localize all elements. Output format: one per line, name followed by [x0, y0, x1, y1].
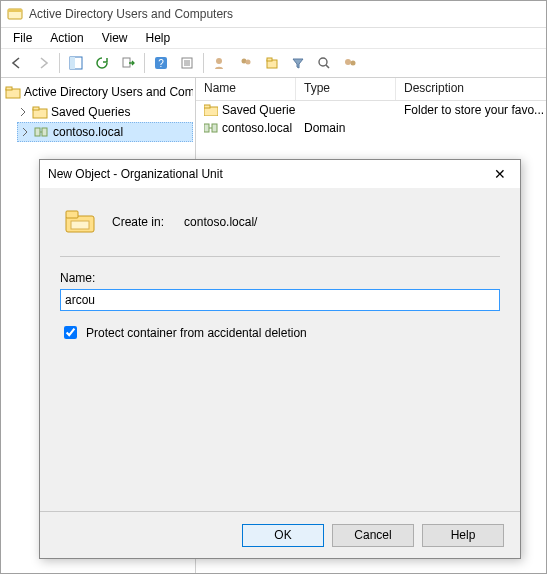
new-ou-dialog: New Object - Organizational Unit ✕ Creat…: [39, 159, 521, 559]
svg-rect-23: [33, 107, 39, 110]
svg-rect-25: [42, 128, 47, 136]
dialog-footer: OK Cancel Help: [40, 511, 520, 558]
cell-name: Saved Queries: [222, 103, 296, 117]
tree-item-label: Saved Queries: [51, 105, 130, 119]
svg-point-19: [351, 61, 356, 66]
app-icon: [7, 6, 23, 22]
tree-item-domain[interactable]: contoso.local: [17, 122, 193, 142]
app-title: Active Directory Users and Computers: [29, 7, 233, 21]
create-in-row: Create in: contoso.local/: [60, 202, 500, 254]
list-header: Name Type Description: [196, 78, 547, 101]
main-window: Active Directory Users and Computers Fil…: [0, 0, 547, 574]
help-button[interactable]: ?: [149, 51, 173, 75]
protect-row[interactable]: Protect container from accidental deleti…: [60, 323, 500, 342]
titlebar: Active Directory Users and Computers: [1, 1, 546, 28]
dialog-title: New Object - Organizational Unit: [48, 167, 223, 181]
svg-rect-29: [204, 124, 209, 132]
folder-icon: [204, 104, 218, 116]
cell-name: contoso.local: [222, 121, 292, 135]
svg-rect-3: [70, 57, 75, 69]
svg-rect-33: [66, 211, 78, 218]
svg-rect-21: [6, 87, 12, 90]
toolbar-separator: [59, 53, 60, 73]
menu-help[interactable]: Help: [138, 29, 179, 47]
dialog-titlebar: New Object - Organizational Unit ✕: [40, 160, 520, 188]
properties-button[interactable]: [175, 51, 199, 75]
toolbar-separator: [203, 53, 204, 73]
close-button[interactable]: ✕: [488, 166, 512, 182]
column-header-description[interactable]: Description: [396, 78, 547, 100]
svg-point-18: [345, 59, 351, 65]
toolbar: ?: [1, 48, 546, 78]
filter-button[interactable]: [286, 51, 310, 75]
svg-rect-15: [267, 58, 272, 61]
cell-description: Folder to store your favo...: [396, 103, 547, 117]
new-group-button[interactable]: [234, 51, 258, 75]
cell-type: Domain: [296, 121, 396, 135]
find-button[interactable]: [312, 51, 336, 75]
ok-button[interactable]: OK: [242, 524, 324, 547]
new-ou-button[interactable]: [260, 51, 284, 75]
create-in-label: Create in:: [112, 215, 164, 229]
protect-checkbox[interactable]: [64, 326, 77, 339]
svg-rect-28: [204, 105, 210, 108]
tree-root[interactable]: Active Directory Users and Com: [3, 82, 193, 102]
svg-text:?: ?: [158, 58, 164, 69]
svg-point-11: [216, 58, 222, 64]
list-row[interactable]: contoso.local Domain: [196, 119, 547, 137]
cancel-button[interactable]: Cancel: [332, 524, 414, 547]
show-hide-tree-button[interactable]: [64, 51, 88, 75]
list-row[interactable]: Saved Queries Folder to store your favo.…: [196, 101, 547, 119]
expander-icon[interactable]: [17, 106, 29, 118]
svg-point-13: [246, 60, 251, 65]
tree-root-label: Active Directory Users and Com: [24, 85, 193, 99]
svg-rect-24: [35, 128, 40, 136]
help-button[interactable]: Help: [422, 524, 504, 547]
menu-action[interactable]: Action: [42, 29, 91, 47]
back-button[interactable]: [5, 51, 29, 75]
dialog-body: Create in: contoso.local/ Name: Protect …: [40, 188, 520, 511]
ou-icon: [64, 208, 98, 236]
name-label: Name:: [60, 271, 500, 285]
column-header-name[interactable]: Name: [196, 78, 296, 100]
svg-point-16: [319, 58, 327, 66]
column-header-type[interactable]: Type: [296, 78, 396, 100]
svg-line-17: [326, 65, 329, 68]
folder-icon: [5, 85, 21, 99]
name-input[interactable]: [60, 289, 500, 311]
toolbar-separator: [144, 53, 145, 73]
folder-icon: [32, 105, 48, 119]
add-to-group-button[interactable]: [338, 51, 362, 75]
create-in-path: contoso.local/: [184, 215, 257, 229]
svg-rect-1: [8, 9, 22, 12]
expander-icon[interactable]: [19, 126, 31, 138]
svg-rect-30: [212, 124, 217, 132]
menu-file[interactable]: File: [5, 29, 40, 47]
refresh-button[interactable]: [90, 51, 114, 75]
separator: [60, 256, 500, 257]
export-button[interactable]: [116, 51, 140, 75]
svg-rect-4: [123, 58, 130, 67]
tree-item-label: contoso.local: [53, 125, 123, 139]
menubar: File Action View Help: [1, 28, 546, 48]
domain-icon: [34, 125, 50, 139]
svg-rect-34: [71, 221, 89, 229]
tree-item-saved-queries[interactable]: Saved Queries: [3, 102, 193, 122]
forward-button[interactable]: [31, 51, 55, 75]
domain-icon: [204, 122, 218, 134]
protect-label: Protect container from accidental deleti…: [86, 326, 307, 340]
new-user-button[interactable]: [208, 51, 232, 75]
menu-view[interactable]: View: [94, 29, 136, 47]
